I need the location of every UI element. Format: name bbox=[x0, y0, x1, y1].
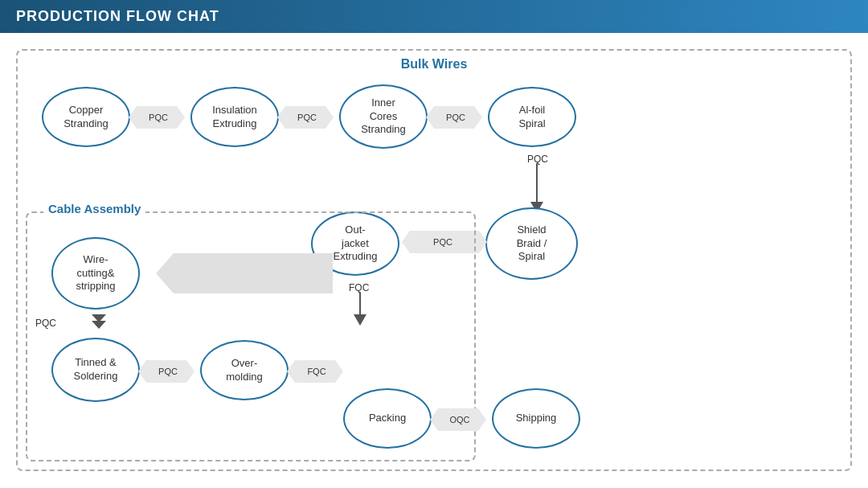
insulation-extruding-node: Insulation Extruding bbox=[190, 87, 279, 147]
shipping-node: Shipping bbox=[492, 388, 580, 449]
cable-assembly-label: Cable Assembly bbox=[43, 202, 145, 215]
inner-cores-stranding-node: Inner Cores Stranding bbox=[339, 84, 428, 149]
overmolding-node: Over- molding bbox=[200, 340, 289, 400]
oqc-arrow-packing: OQC bbox=[438, 408, 478, 431]
pqc-wire-label: PQC bbox=[35, 318, 56, 329]
header: PRODUCTION FLOW CHAT bbox=[0, 0, 868, 33]
pqc-arrow-tinned: PQC bbox=[146, 360, 186, 383]
double-arrow-wire bbox=[92, 314, 106, 329]
shield-braid-spiral-node: Shield Braid / Spiral bbox=[485, 207, 578, 280]
main-content: Bulk Wires Copper Stranding PQC Insulati… bbox=[0, 33, 868, 483]
packing-node: Packing bbox=[343, 388, 432, 449]
copper-stranding-node: Copper Stranding bbox=[42, 87, 130, 147]
fqc-arrow-overmolding: FQC bbox=[295, 360, 335, 383]
outer-box: Bulk Wires Copper Stranding PQC Insulati… bbox=[16, 49, 852, 471]
pqc-arrow-1: PQC bbox=[137, 106, 177, 129]
bulk-wires-label: Bulk Wires bbox=[401, 57, 468, 72]
header-title: PRODUCTION FLOW CHAT bbox=[16, 8, 219, 24]
tinned-soldering-node: Tinned & Soldering bbox=[51, 338, 140, 402]
big-arrow-placeholder bbox=[156, 253, 333, 293]
vertical-arrow-al-shield bbox=[530, 163, 543, 213]
wire-cutting-node: Wire- cutting& stripping bbox=[51, 237, 140, 310]
al-foil-spiral-node: Al-foil Spiral bbox=[488, 87, 576, 147]
pqc-arrow-3: PQC bbox=[434, 106, 474, 129]
pqc-arrow-2: PQC bbox=[285, 106, 326, 129]
